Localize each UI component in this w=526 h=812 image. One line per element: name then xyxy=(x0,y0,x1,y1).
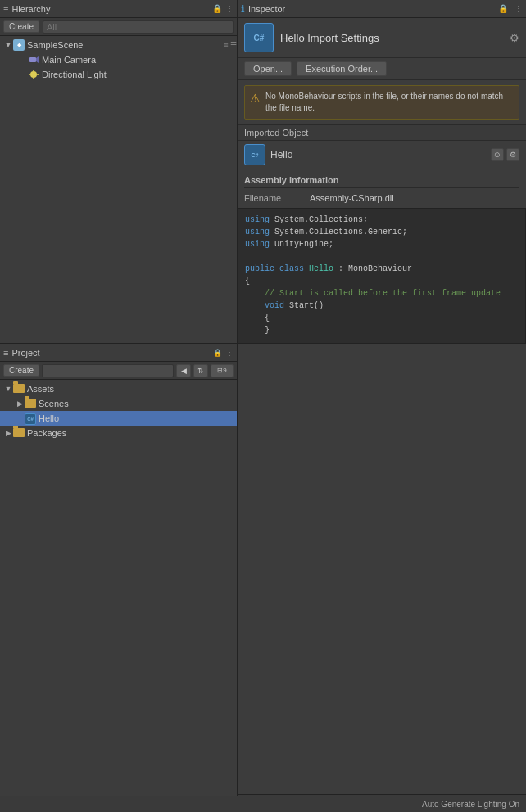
packages-label: Packages xyxy=(27,428,66,438)
project-layer-button[interactable]: ⊞ 9 xyxy=(211,364,234,377)
directionallight-label: Directional Light xyxy=(42,70,107,79)
svg-point-2 xyxy=(30,71,37,78)
right-bottom-panel: Asset Labels xyxy=(238,344,526,812)
hello-file-label: Hello xyxy=(39,413,59,423)
object-icon-buttons: ⊙ ⚙ xyxy=(491,148,519,161)
assembly-section: Assembly Information Filename Assembly-C… xyxy=(238,169,526,208)
inspector-info-icon: ℹ xyxy=(241,3,245,15)
hierarchy-options-icon: ⋮ xyxy=(225,4,234,13)
project-create-button[interactable]: Create xyxy=(3,364,39,377)
warning-icon: ⚠ xyxy=(250,92,261,105)
import-settings-title: Hello Import Settings xyxy=(280,32,379,44)
hierarchy-menu-icon: ≡ xyxy=(3,4,8,14)
project-item-hello[interactable]: C# Hello xyxy=(0,411,237,426)
project-toolbar: Create ◀ ⇅ ⊞ 9 xyxy=(0,362,237,380)
packages-folder-icon xyxy=(13,428,25,439)
samplescene-label: SampleScene xyxy=(27,40,84,50)
project-panel-header: ≡ Project 🔒 ⋮ xyxy=(0,344,237,362)
maincamera-label: Main Camera xyxy=(42,55,96,65)
assets-arrow: ▼ xyxy=(3,385,13,393)
project-lock-icon: 🔒 xyxy=(213,349,222,357)
inspector-title: Inspector xyxy=(248,4,285,14)
open-button[interactable]: Open... xyxy=(244,61,292,76)
layer-count: 9 xyxy=(223,367,226,374)
hierarchy-item-maincamera[interactable]: Main Camera xyxy=(0,52,237,67)
project-options-icon: ⋮ xyxy=(225,348,234,357)
code-block: using System.Collections; using System.C… xyxy=(238,208,526,343)
hierarchy-item-samplescene[interactable]: ▼ ◆ SampleScene ≡ ☰ xyxy=(0,38,237,52)
target-icon-button[interactable]: ⊙ xyxy=(491,148,504,161)
imported-object-row: C# Hello ⊙ ⚙ xyxy=(238,141,526,169)
project-sort-button[interactable]: ⇅ xyxy=(193,364,208,377)
svg-rect-0 xyxy=(29,57,36,62)
assets-folder-icon xyxy=(13,384,25,395)
warning-box: ⚠ No MonoBehaviour scripts in the file, … xyxy=(244,85,519,120)
project-title: Project xyxy=(11,348,39,358)
import-settings-header: C# Hello Import Settings ⚙ xyxy=(238,18,526,58)
hierarchy-panel-header: ≡ Hierarchy 🔒 ⋮ xyxy=(0,0,237,18)
project-item-scenes[interactable]: ▶ Scenes xyxy=(0,396,237,411)
project-tree: ▼ Assets ▶ Scenes xyxy=(0,380,237,812)
hierarchy-lock-icon: 🔒 xyxy=(212,4,222,13)
gear-icon-button[interactable]: ⚙ xyxy=(506,148,519,161)
hierarchy-item-directionallight[interactable]: Directional Light xyxy=(0,67,237,82)
status-bar: Auto Generate Lighting On xyxy=(0,796,526,812)
cs-file-icon: C# xyxy=(244,23,274,52)
inspector-panel-header: ℹ Inspector 🔒 ⋮ xyxy=(238,0,526,18)
samplescene-arrow: ▼ xyxy=(3,41,13,49)
filename-key: Filename xyxy=(244,193,310,203)
project-folder-nav-button[interactable]: ◀ xyxy=(176,364,191,377)
directionallight-icon xyxy=(28,69,39,80)
hierarchy-search-input[interactable] xyxy=(43,20,234,34)
project-item-packages[interactable]: ▶ Packages xyxy=(0,426,237,440)
hierarchy-tree: ▼ ◆ SampleScene ≡ ☰ xyxy=(0,36,237,343)
execution-order-button[interactable]: Execution Order... xyxy=(297,61,387,76)
assembly-filename-row: Filename Assembly-CSharp.dll xyxy=(244,192,519,205)
scenes-label: Scenes xyxy=(39,399,69,408)
inspector-body: C# Hello Import Settings ⚙ Open... Execu… xyxy=(238,18,526,343)
maincamera-icon xyxy=(28,54,39,65)
project-search-input[interactable] xyxy=(42,364,174,377)
inspector-lock-icon: 🔒 xyxy=(498,4,508,13)
filename-value: Assembly-CSharp.dll xyxy=(310,193,394,203)
hello-cs-icon: C# xyxy=(244,144,265,165)
hello-label: Hello xyxy=(270,149,486,160)
hierarchy-title: Hierarchy xyxy=(11,4,50,14)
scenes-arrow: ▶ xyxy=(15,399,25,408)
samplescene-icon: ◆ xyxy=(13,39,25,51)
import-settings-gear-icon[interactable]: ⚙ xyxy=(510,32,519,44)
assembly-section-title: Assembly Information xyxy=(244,173,519,188)
status-text: Auto Generate Lighting On xyxy=(422,800,519,809)
hello-cs-file-icon: C# xyxy=(25,413,36,425)
inspector-options-icon: ⋮ xyxy=(515,4,523,13)
svg-marker-1 xyxy=(36,56,39,63)
project-menu-icon: ≡ xyxy=(3,348,8,358)
hierarchy-toolbar: Create xyxy=(0,18,237,36)
packages-arrow: ▶ xyxy=(3,429,13,437)
warning-text: No MonoBehaviour scripts in the file, or… xyxy=(265,91,514,114)
project-item-assets[interactable]: ▼ Assets xyxy=(0,381,237,396)
inspector-empty-bottom xyxy=(238,344,526,794)
samplescene-options: ≡ ☰ xyxy=(224,41,237,49)
import-buttons-row: Open... Execution Order... xyxy=(238,58,526,80)
assets-label: Assets xyxy=(27,384,54,394)
imported-object-section-header: Imported Object xyxy=(238,124,526,141)
layer-icon: ⊞ xyxy=(217,367,223,374)
hierarchy-create-button[interactable]: Create xyxy=(3,20,39,33)
scenes-folder-icon xyxy=(25,399,36,409)
